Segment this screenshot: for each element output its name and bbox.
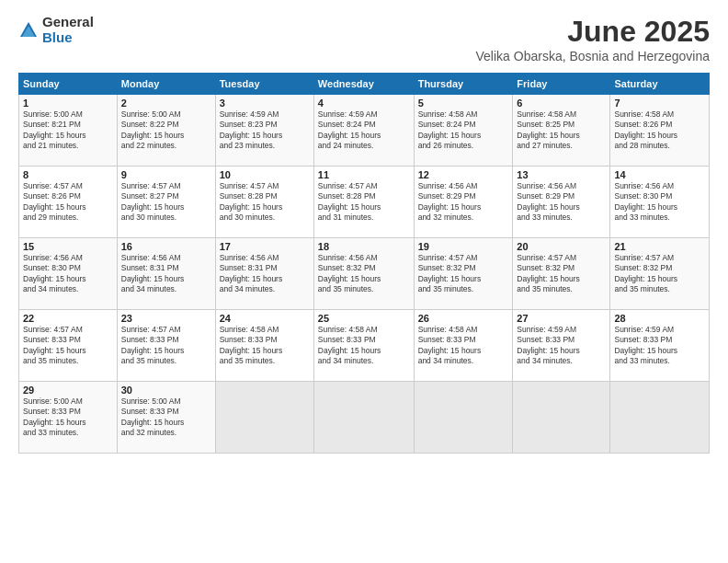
day-number: 11 [318, 169, 410, 180]
sunrise-label: Sunrise: 4:58 AM [418, 109, 478, 119]
calendar-cell: 28 Sunrise: 4:59 AM Sunset: 8:33 PM Dayl… [610, 310, 710, 382]
daylight-label: Daylight: 15 hours [23, 274, 86, 283]
day-info: Sunrise: 4:59 AM Sunset: 8:23 PM Dayligh… [220, 109, 310, 152]
sunrise-label: Sunrise: 4:57 AM [614, 253, 674, 262]
daylight-label: Daylight: 15 hours [121, 346, 185, 355]
daylight-minutes: and 34 minutes. [121, 284, 176, 293]
day-number: 16 [121, 241, 211, 252]
sunset-label: Sunset: 8:22 PM [121, 120, 179, 129]
sunset-label: Sunset: 8:21 PM [23, 120, 81, 129]
col-friday: Friday [513, 74, 610, 95]
calendar-cell [513, 382, 610, 454]
calendar-cell [313, 382, 414, 454]
sunrise-label: Sunrise: 5:00 AM [121, 396, 181, 406]
sunrise-label: Sunrise: 4:57 AM [418, 253, 478, 262]
sunrise-label: Sunrise: 4:58 AM [614, 109, 674, 119]
logo-text: General Blue [42, 15, 94, 45]
daylight-label: Daylight: 15 hours [517, 202, 580, 212]
calendar-cell: 6 Sunrise: 4:58 AM Sunset: 8:25 PM Dayli… [513, 95, 610, 167]
sunset-label: Sunset: 8:24 PM [318, 120, 376, 129]
day-number: 24 [220, 313, 310, 324]
daylight-minutes: and 34 minutes. [517, 356, 572, 365]
daylight-label: Daylight: 15 hours [318, 274, 381, 283]
calendar-cell: 29 Sunrise: 5:00 AM Sunset: 8:33 PM Dayl… [19, 382, 118, 454]
day-info: Sunrise: 4:56 AM Sunset: 8:30 PM Dayligh… [614, 181, 705, 224]
sunrise-label: Sunrise: 4:59 AM [614, 325, 674, 334]
calendar-cell [215, 382, 313, 454]
daylight-minutes: and 35 minutes. [418, 284, 473, 293]
day-number: 2 [121, 98, 211, 109]
sunset-label: Sunset: 8:30 PM [614, 191, 672, 201]
day-number: 6 [517, 98, 606, 109]
sunset-label: Sunset: 8:29 PM [418, 191, 476, 201]
day-number: 5 [418, 98, 509, 109]
day-info: Sunrise: 5:00 AM Sunset: 8:21 PM Dayligh… [23, 109, 113, 152]
daylight-minutes: and 30 minutes. [121, 213, 176, 222]
daylight-label: Daylight: 15 hours [318, 346, 381, 355]
daylight-label: Daylight: 15 hours [517, 131, 580, 140]
day-info: Sunrise: 4:57 AM Sunset: 8:32 PM Dayligh… [614, 253, 705, 295]
sunrise-label: Sunrise: 4:56 AM [121, 253, 181, 262]
day-number: 1 [23, 98, 113, 109]
logo: General Blue [18, 15, 94, 45]
calendar-cell [414, 382, 513, 454]
sunrise-label: Sunrise: 5:00 AM [23, 109, 83, 119]
calendar-week-2: 8 Sunrise: 4:57 AM Sunset: 8:26 PM Dayli… [19, 167, 710, 238]
daylight-label: Daylight: 15 hours [23, 346, 86, 355]
daylight-label: Daylight: 15 hours [418, 346, 482, 355]
sunrise-label: Sunrise: 4:56 AM [318, 253, 378, 262]
day-info: Sunrise: 4:59 AM Sunset: 8:33 PM Dayligh… [517, 325, 606, 367]
sunset-label: Sunset: 8:32 PM [517, 263, 574, 272]
day-number: 17 [220, 241, 310, 252]
daylight-minutes: and 27 minutes. [517, 141, 572, 150]
calendar-cell: 15 Sunrise: 4:56 AM Sunset: 8:30 PM Dayl… [19, 238, 118, 310]
day-number: 14 [614, 169, 705, 180]
daylight-label: Daylight: 15 hours [418, 274, 482, 283]
sunset-label: Sunset: 8:32 PM [318, 263, 376, 272]
day-info: Sunrise: 4:57 AM Sunset: 8:32 PM Dayligh… [418, 253, 509, 295]
day-info: Sunrise: 4:57 AM Sunset: 8:32 PM Dayligh… [517, 253, 606, 295]
daylight-minutes: and 32 minutes. [418, 213, 473, 222]
day-number: 4 [318, 98, 410, 109]
day-number: 22 [23, 313, 113, 324]
sunset-label: Sunset: 8:33 PM [517, 335, 574, 344]
sunset-label: Sunset: 8:33 PM [220, 335, 278, 344]
calendar-cell: 3 Sunrise: 4:59 AM Sunset: 8:23 PM Dayli… [215, 95, 313, 167]
daylight-minutes: and 34 minutes. [318, 356, 373, 365]
sunrise-label: Sunrise: 4:57 AM [23, 181, 83, 190]
calendar-week-5: 29 Sunrise: 5:00 AM Sunset: 8:33 PM Dayl… [19, 382, 710, 454]
calendar-cell: 12 Sunrise: 4:56 AM Sunset: 8:29 PM Dayl… [414, 167, 513, 238]
sunrise-label: Sunrise: 4:56 AM [220, 253, 279, 262]
day-info: Sunrise: 5:00 AM Sunset: 8:22 PM Dayligh… [121, 109, 211, 152]
header-row: Sunday Monday Tuesday Wednesday Thursday… [19, 74, 710, 95]
day-info: Sunrise: 4:57 AM Sunset: 8:26 PM Dayligh… [23, 181, 113, 224]
day-number: 28 [614, 313, 705, 324]
logo-general: General [42, 15, 94, 30]
day-number: 3 [220, 98, 310, 109]
day-info: Sunrise: 4:59 AM Sunset: 8:33 PM Dayligh… [614, 325, 705, 367]
calendar-cell: 11 Sunrise: 4:57 AM Sunset: 8:28 PM Dayl… [313, 167, 414, 238]
sunset-label: Sunset: 8:32 PM [418, 263, 476, 272]
day-number: 9 [121, 169, 211, 180]
sunset-label: Sunset: 8:33 PM [121, 407, 179, 416]
sunset-label: Sunset: 8:31 PM [220, 263, 278, 272]
calendar-cell: 19 Sunrise: 4:57 AM Sunset: 8:32 PM Dayl… [414, 238, 513, 310]
daylight-label: Daylight: 15 hours [220, 131, 283, 140]
main-title: June 2025 [476, 15, 710, 49]
day-number: 27 [517, 313, 606, 324]
daylight-minutes: and 34 minutes. [418, 356, 473, 365]
daylight-label: Daylight: 15 hours [614, 274, 677, 283]
sunrise-label: Sunrise: 4:57 AM [318, 181, 378, 190]
sunrise-label: Sunrise: 5:00 AM [121, 109, 181, 119]
daylight-minutes: and 23 minutes. [220, 141, 275, 150]
sunset-label: Sunset: 8:23 PM [220, 120, 278, 129]
daylight-label: Daylight: 15 hours [318, 202, 381, 212]
day-info: Sunrise: 4:56 AM Sunset: 8:30 PM Dayligh… [23, 253, 113, 295]
sunrise-label: Sunrise: 4:59 AM [517, 325, 576, 334]
sunset-label: Sunset: 8:27 PM [121, 191, 179, 201]
daylight-label: Daylight: 15 hours [614, 346, 677, 355]
calendar-cell: 2 Sunrise: 5:00 AM Sunset: 8:22 PM Dayli… [117, 95, 215, 167]
calendar-week-4: 22 Sunrise: 4:57 AM Sunset: 8:33 PM Dayl… [19, 310, 710, 382]
daylight-minutes: and 32 minutes. [121, 428, 176, 437]
daylight-label: Daylight: 15 hours [418, 202, 482, 212]
